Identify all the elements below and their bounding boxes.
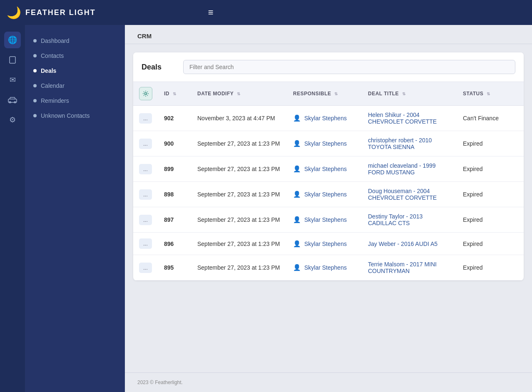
row-action-cell: ... xyxy=(133,233,158,255)
table-header-row: ID ⇅ DATE MODIFY ⇅ RESPONSIBLE ⇅ xyxy=(133,82,524,106)
table-row: ... 895 September 27, 2023 at 1:23 PM 👤 … xyxy=(133,255,524,280)
nav-item-deals[interactable]: Deals xyxy=(25,63,125,78)
crm-title: CRM xyxy=(137,32,152,40)
table-row: ... 899 September 27, 2023 at 1:23 PM 👤 … xyxy=(133,156,524,182)
row-responsible: 👤 Skylar Stephens xyxy=(287,106,362,131)
deal-title-link[interactable]: Destiny Taylor - 2013 CADILLAC CTS xyxy=(368,213,423,226)
row-responsible: 👤 Skylar Stephens xyxy=(287,131,362,156)
row-id: 900 xyxy=(158,131,191,156)
row-action-button[interactable]: ... xyxy=(139,238,152,249)
row-action-button[interactable]: ... xyxy=(139,263,152,273)
deal-title-link[interactable]: Doug Houseman - 2004 CHEVROLET CORVETTE xyxy=(368,188,437,201)
nav-item-calendar[interactable]: Calendar xyxy=(25,78,125,93)
hamburger-button[interactable]: ≡ xyxy=(208,7,214,18)
nav-dot xyxy=(33,99,37,102)
row-date: September 27, 2023 at 1:23 PM xyxy=(191,182,287,207)
col-header-id[interactable]: ID ⇅ xyxy=(158,82,191,106)
row-deal-title[interactable]: michael cleaveland - 1999 FORD MUSTANG xyxy=(362,156,457,182)
content-area: Deals xyxy=(125,44,532,372)
row-date: September 27, 2023 at 1:23 PM xyxy=(191,233,287,255)
table-row: ... 902 November 3, 2023 at 4:47 PM 👤 Sk… xyxy=(133,106,524,131)
person-icon: 👤 xyxy=(293,140,301,147)
row-deal-title[interactable]: Helen Shikur - 2004 CHEVROLET CORVETTE xyxy=(362,106,457,131)
nav-dot xyxy=(33,54,37,57)
table-row: ... 898 September 27, 2023 at 1:23 PM 👤 … xyxy=(133,182,524,207)
col-header-status[interactable]: STATUS ⇅ xyxy=(457,82,524,106)
crm-header: CRM xyxy=(125,25,532,44)
deals-title: Deals xyxy=(142,63,175,72)
icon-car[interactable] xyxy=(4,92,21,108)
row-date: September 27, 2023 at 1:23 PM xyxy=(191,255,287,280)
row-status: Expired xyxy=(457,255,524,280)
deals-header: Deals xyxy=(133,52,524,82)
table-row: ... 897 September 27, 2023 at 1:23 PM 👤 … xyxy=(133,207,524,233)
nav-item-reminders[interactable]: Reminders xyxy=(25,93,125,108)
main-content: CRM Deals xyxy=(125,25,532,392)
row-responsible: 👤 Skylar Stephens xyxy=(287,207,362,233)
search-input[interactable] xyxy=(183,60,515,74)
row-deal-title[interactable]: Destiny Taylor - 2013 CADILLAC CTS xyxy=(362,207,457,233)
row-deal-title[interactable]: christopher robert - 2010 TOYOTA SIENNA xyxy=(362,131,457,156)
row-status: Can't Finance xyxy=(457,106,524,131)
row-action-button[interactable]: ... xyxy=(139,189,152,200)
deal-title-link[interactable]: Jay Weber - 2016 AUDI A5 xyxy=(368,241,438,247)
row-responsible: 👤 Skylar Stephens xyxy=(287,233,362,255)
sort-status-icon: ⇅ xyxy=(487,92,490,96)
row-action-cell: ... xyxy=(133,182,158,207)
col-header-actions xyxy=(133,82,158,106)
row-deal-title[interactable]: Doug Houseman - 2004 CHEVROLET CORVETTE xyxy=(362,182,457,207)
deal-title-link[interactable]: Helen Shikur - 2004 CHEVROLET CORVETTE xyxy=(368,112,437,125)
person-icon: 👤 xyxy=(293,165,301,173)
row-action-button[interactable]: ... xyxy=(139,215,152,225)
svg-rect-0 xyxy=(10,57,15,63)
row-status: Expired xyxy=(457,233,524,255)
person-icon: 👤 xyxy=(293,114,301,122)
row-action-cell: ... xyxy=(133,255,158,280)
row-responsible: 👤 Skylar Stephens xyxy=(287,156,362,182)
footer-text: 2023 © Featherlight. xyxy=(137,380,183,385)
row-action-button[interactable]: ... xyxy=(139,113,152,124)
row-status: Expired xyxy=(457,207,524,233)
icon-strip: 🌐 ✉ ⚙ xyxy=(0,25,25,392)
row-id: 902 xyxy=(158,106,191,131)
col-header-date[interactable]: DATE MODIFY ⇅ xyxy=(191,82,287,106)
person-icon: 👤 xyxy=(293,191,301,198)
row-action-button[interactable]: ... xyxy=(139,164,152,174)
svg-point-4 xyxy=(145,93,147,95)
sort-title-icon: ⇅ xyxy=(402,92,406,96)
row-id: 899 xyxy=(158,156,191,182)
row-deal-title[interactable]: Terrie Malsom - 2017 MINI COUNTRYMAN xyxy=(362,255,457,280)
deals-table-container: ID ⇅ DATE MODIFY ⇅ RESPONSIBLE ⇅ xyxy=(133,82,524,280)
topbar: 🌙 FEATHER LIGHT ≡ xyxy=(0,0,532,25)
brand-logo: 🌙 FEATHER LIGHT xyxy=(7,6,96,20)
col-header-responsible[interactable]: RESPONSIBLE ⇅ xyxy=(287,82,362,106)
row-action-button[interactable]: ... xyxy=(139,139,152,149)
icon-globe[interactable]: 🌐 xyxy=(4,32,21,48)
icon-tablet[interactable] xyxy=(4,52,21,68)
deal-title-link[interactable]: christopher robert - 2010 TOYOTA SIENNA xyxy=(368,137,432,150)
person-icon: 👤 xyxy=(293,240,301,248)
deal-title-link[interactable]: michael cleaveland - 1999 FORD MUSTANG xyxy=(368,162,436,176)
responsible-name: Skylar Stephens xyxy=(304,264,347,271)
col-header-deal-title[interactable]: DEAL TITLE ⇅ xyxy=(362,82,457,106)
nav-item-contacts[interactable]: Contacts xyxy=(25,48,125,63)
nav-item-unknown-contacts[interactable]: Unknown Contacts xyxy=(25,108,125,123)
nav-item-dashboard[interactable]: Dashboard xyxy=(25,33,125,48)
row-id: 896 xyxy=(158,233,191,255)
row-id: 897 xyxy=(158,207,191,233)
row-responsible: 👤 Skylar Stephens xyxy=(287,182,362,207)
responsible-name: Skylar Stephens xyxy=(304,166,347,172)
sort-id-icon: ⇅ xyxy=(173,92,177,96)
nav-dot xyxy=(33,114,37,117)
row-action-cell: ... xyxy=(133,156,158,182)
icon-gear[interactable]: ⚙ xyxy=(4,112,21,128)
table-row: ... 896 September 27, 2023 at 1:23 PM 👤 … xyxy=(133,233,524,255)
row-status: Expired xyxy=(457,182,524,207)
deals-table: ID ⇅ DATE MODIFY ⇅ RESPONSIBLE ⇅ xyxy=(133,82,524,280)
column-settings-button[interactable] xyxy=(139,87,152,100)
icon-mail[interactable]: ✉ xyxy=(4,72,21,88)
deal-title-link[interactable]: Terrie Malsom - 2017 MINI COUNTRYMAN xyxy=(368,261,437,274)
responsible-name: Skylar Stephens xyxy=(304,191,347,198)
row-deal-title[interactable]: Jay Weber - 2016 AUDI A5 xyxy=(362,233,457,255)
row-id: 895 xyxy=(158,255,191,280)
